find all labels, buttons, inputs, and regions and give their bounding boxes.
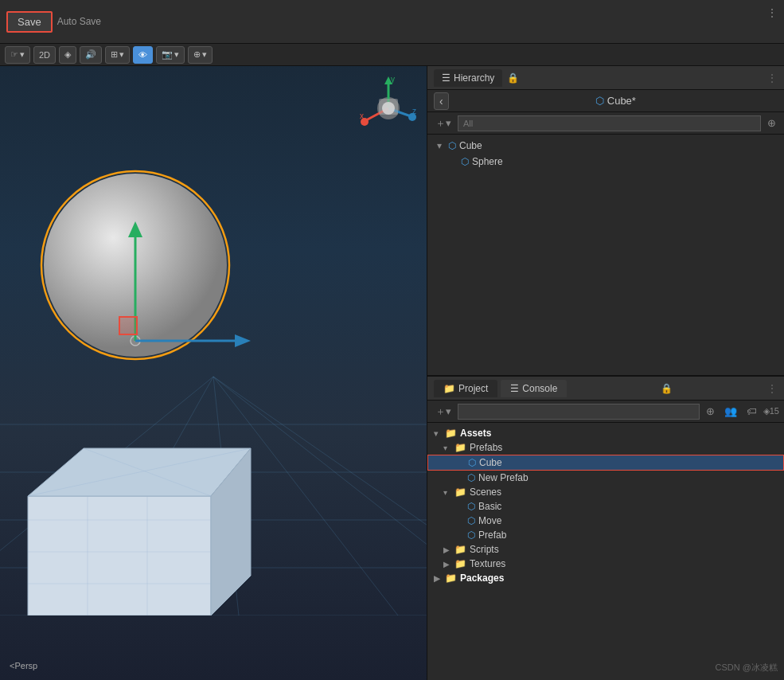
cube-prefab-file-icon: ⬡ bbox=[468, 457, 476, 468]
scene-prefab-item[interactable]: ⬡ Prefab bbox=[427, 528, 784, 542]
svg-marker-11 bbox=[28, 496, 211, 616]
hand-dropdown-icon: ▾ bbox=[20, 49, 25, 60]
tree-item-cube[interactable]: ▾ ⬡ Cube bbox=[427, 138, 784, 154]
project-tab[interactable]: 📁 Project bbox=[434, 380, 497, 397]
textures-folder[interactable]: ▶ 📁 Textures bbox=[427, 557, 784, 571]
console-tab-label: Console bbox=[522, 383, 557, 394]
scene-viewport[interactable]: y z x <Persp bbox=[0, 66, 427, 680]
prefab-scene-icon: ⬡ bbox=[467, 530, 475, 541]
scene-toolbar: ☞ ▾ 2D ◈ 🔊 ⊞ ▾ 👁 📷 ▾ ⊕ ▾ bbox=[0, 44, 784, 66]
move-scene-icon: ⬡ bbox=[467, 515, 475, 526]
sphere-prefab-icon: ⬡ bbox=[461, 156, 469, 167]
camera-dropdown-icon: ▾ bbox=[174, 49, 179, 60]
gizmo-icon: ⊕ bbox=[193, 49, 201, 60]
hierarchy-tree: ▾ ⬡ Cube ⬡ Sphere bbox=[427, 135, 784, 375]
hand-tool-btn[interactable]: ☞ ▾ bbox=[5, 46, 30, 64]
packages-label: Packages bbox=[460, 573, 504, 584]
project-dots-menu[interactable]: ⋮ bbox=[766, 382, 778, 395]
camera-icon: 📷 bbox=[162, 49, 173, 60]
prefabs-expand-arrow: ▾ bbox=[443, 444, 451, 452]
basic-scene-icon: ⬡ bbox=[467, 501, 475, 512]
effects-btn[interactable]: ⊞ ▾ bbox=[105, 46, 130, 64]
shading-icon: ◈ bbox=[64, 49, 71, 60]
footer-credit: CSDN @冰凌糕 bbox=[716, 662, 778, 674]
prefab-scene-label: Prefab bbox=[478, 530, 506, 541]
cube-prefab-label: Cube bbox=[479, 457, 502, 468]
eye-toggle-btn[interactable]: 👁 bbox=[133, 46, 153, 64]
basic-scene-label: Basic bbox=[478, 501, 501, 512]
scene-move-item[interactable]: ⬡ Move bbox=[427, 514, 784, 528]
gizmo-dropdown-icon: ▾ bbox=[202, 49, 207, 60]
project-icon-btn1[interactable]: ⊕ bbox=[703, 404, 718, 419]
audio-btn[interactable]: 🔊 bbox=[80, 46, 102, 64]
effects-dropdown-icon: ▾ bbox=[119, 49, 124, 60]
prefab-title-text: Cube* bbox=[607, 95, 636, 107]
right-panel: ☰ Hierarchy 🔒 ⋮ ‹ ⬡ Cube* ＋▾ ⊕ bbox=[427, 66, 784, 680]
new-prefab-item[interactable]: ⬡ New Prefab bbox=[427, 471, 784, 485]
scenes-folder[interactable]: ▾ 📁 Scenes bbox=[427, 485, 784, 499]
prefab-title: ⬡ Cube* bbox=[454, 95, 778, 107]
packages-folder-icon: 📁 bbox=[445, 573, 457, 584]
prefabs-folder-icon: 📁 bbox=[454, 442, 466, 453]
console-icon: ☰ bbox=[510, 383, 519, 394]
new-prefab-file-icon: ⬡ bbox=[467, 472, 475, 483]
scene-basic-item[interactable]: ⬡ Basic bbox=[427, 499, 784, 514]
hierarchy-header: ☰ Hierarchy 🔒 ⋮ bbox=[427, 66, 784, 90]
assets-expand-arrow: ▾ bbox=[434, 429, 442, 438]
cube-prefab-item[interactable]: ⬡ Cube bbox=[427, 455, 784, 471]
2d-toggle-btn[interactable]: 2D bbox=[33, 46, 56, 64]
toolbar-dots-menu[interactable]: ⋮ bbox=[766, 6, 778, 19]
hierarchy-icon-btn[interactable]: ⊕ bbox=[764, 115, 779, 131]
hierarchy-search-input[interactable] bbox=[458, 115, 761, 131]
scenes-label: Scenes bbox=[470, 487, 501, 498]
camera-btn[interactable]: 📷 ▾ bbox=[156, 46, 185, 64]
tree-item-sphere[interactable]: ⬡ Sphere bbox=[427, 154, 784, 170]
project-tabs: 📁 Project ☰ Console 🔒 ⋮ bbox=[427, 377, 784, 401]
textures-expand-arrow: ▶ bbox=[443, 560, 451, 569]
svg-rect-28 bbox=[119, 317, 137, 334]
add-hierarchy-btn[interactable]: ＋▾ bbox=[432, 115, 454, 132]
autosave-label: Auto Save bbox=[57, 16, 101, 27]
scenes-expand-arrow: ▾ bbox=[443, 488, 451, 497]
scripts-folder[interactable]: ▶ 📁 Scripts bbox=[427, 542, 784, 557]
project-toolbar: ＋▾ ⊕ 👥 🏷 ◈15 bbox=[427, 401, 784, 423]
gizmo-widget[interactable]: y z x bbox=[357, 72, 420, 136]
sphere-label: Sphere bbox=[472, 156, 503, 167]
cube-expand-arrow: ▾ bbox=[437, 140, 445, 151]
scripts-label: Scripts bbox=[470, 544, 499, 555]
project-lock-icon[interactable]: 🔒 bbox=[661, 383, 673, 394]
hierarchy-tab[interactable]: ☰ Hierarchy bbox=[434, 69, 502, 87]
move-scene-label: Move bbox=[478, 515, 501, 526]
textures-folder-icon: 📁 bbox=[454, 558, 466, 569]
cube-prefab-icon: ⬡ bbox=[448, 140, 456, 151]
project-icon-btn2[interactable]: 👥 bbox=[721, 404, 740, 419]
add-project-btn[interactable]: ＋▾ bbox=[432, 403, 454, 420]
scripts-folder-icon: 📁 bbox=[454, 544, 466, 555]
assets-root[interactable]: ▾ 📁 Assets bbox=[427, 426, 784, 440]
prefabs-folder[interactable]: ▾ 📁 Prefabs bbox=[427, 440, 784, 455]
new-prefab-label: New Prefab bbox=[478, 472, 529, 483]
gizmo-btn[interactable]: ⊕ ▾ bbox=[188, 46, 213, 64]
packages-root[interactable]: ▶ 📁 Packages bbox=[427, 571, 784, 585]
console-tab[interactable]: ☰ Console bbox=[501, 380, 567, 397]
shading-btn[interactable]: ◈ bbox=[59, 46, 76, 64]
assets-folder-icon: 📁 bbox=[445, 428, 457, 439]
project-search-input[interactable] bbox=[458, 404, 700, 420]
svg-text:y: y bbox=[391, 75, 395, 84]
prefab-header: ‹ ⬡ Cube* bbox=[427, 90, 784, 112]
hand-icon: ☞ bbox=[10, 49, 18, 60]
panel-dots-menu[interactable]: ⋮ bbox=[766, 72, 778, 84]
back-button[interactable]: ‹ bbox=[434, 92, 449, 110]
project-icon-btn3[interactable]: 🏷 bbox=[743, 404, 760, 419]
packages-expand-arrow: ▶ bbox=[434, 574, 442, 583]
gizmo-svg: y z x bbox=[357, 72, 420, 136]
hierarchy-toolbar: ＋▾ ⊕ bbox=[427, 112, 784, 135]
file-tree: ▾ 📁 Assets ▾ 📁 Prefabs ⬡ Cube bbox=[427, 423, 784, 680]
svg-text:x: x bbox=[360, 111, 364, 120]
panel-lock-icon[interactable]: 🔒 bbox=[507, 72, 519, 84]
cube-label: Cube bbox=[459, 140, 482, 151]
svg-marker-27 bbox=[235, 334, 251, 347]
save-button[interactable]: Save bbox=[6, 11, 53, 33]
viewport-background: y z x <Persp bbox=[0, 66, 427, 680]
persp-label: <Persp bbox=[10, 661, 37, 670]
